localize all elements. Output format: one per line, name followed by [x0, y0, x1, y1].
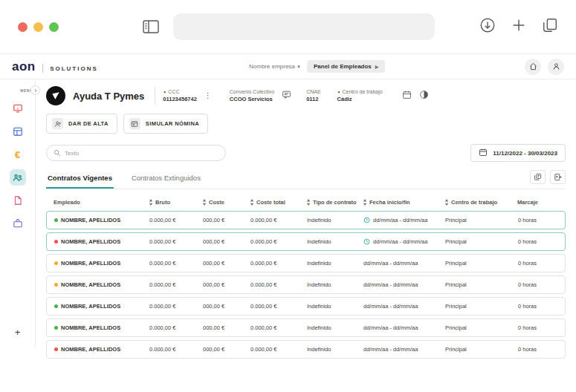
document-icon [13, 195, 23, 206]
sort-icon [149, 199, 153, 206]
fecha-cell: dd/mm/aa - dd/mm/aa [363, 303, 445, 310]
app-sidebar: MENU € + [0, 79, 36, 348]
sidebar-item-briefcase[interactable] [10, 215, 26, 232]
tab-overview-icon[interactable] [542, 17, 558, 36]
new-tab-icon[interactable] [511, 17, 527, 36]
contrast-icon[interactable] [419, 89, 429, 102]
sort-icon [306, 199, 311, 206]
download-icon[interactable] [479, 17, 496, 36]
breadcrumb-panel-pill[interactable]: Panel de Empleados▶ [307, 60, 385, 73]
column-header-bruto[interactable]: Bruto [149, 199, 202, 206]
centro-trabajo-field[interactable]: ▼Centro de trabajo Cádiz [337, 88, 383, 103]
user-icon [552, 62, 560, 71]
coste-total-cell: 0.000,00 € [250, 238, 307, 245]
table-row[interactable]: NOMBRE, APELLIDOS0.000,00 €000,00 €0.000… [46, 211, 566, 229]
coste-total-cell: 0.000,00 € [250, 346, 307, 353]
employee-name-cell: NOMBRE, APELLIDOS [54, 324, 149, 331]
copy-table-button[interactable] [530, 170, 546, 184]
maximize-window-button[interactable] [49, 22, 59, 32]
sidebar-add-button[interactable]: + [15, 327, 21, 338]
user-account-button[interactable] [548, 59, 564, 75]
sidebar-expand-button[interactable] [30, 85, 40, 95]
solutions-logo-text: SOLUTIONS [50, 65, 98, 72]
bruto-cell: 0.000,00 € [149, 346, 203, 353]
table-header: EmpleadoBrutoCosteCoste totalTipo de con… [46, 194, 566, 211]
column-header-fecha-inicio-fin[interactable]: Fecha inicio/fin [363, 199, 444, 206]
status-dot [54, 218, 58, 222]
centro-trabajo-cell: Principal [445, 238, 518, 245]
coste-cell: 000,00 € [203, 217, 250, 223]
table-row[interactable]: NOMBRE, APELLIDOS0.000,00 €000,00 €0.000… [46, 254, 566, 272]
table-row[interactable]: NOMBRE, APELLIDOS0.000,00 €000,00 €0.000… [46, 275, 566, 294]
tab-contratos-extinguidos[interactable]: Contratos Extinguidos [130, 169, 202, 189]
column-header-coste[interactable]: Coste [202, 199, 250, 206]
ccc-field[interactable]: ▼CCC 01123456742 [163, 88, 196, 103]
dar-de-alta-button[interactable]: DAR DE ALTA [46, 114, 117, 134]
calendar-grid-icon [13, 126, 23, 137]
tab-contratos-vigentes[interactable]: Contratos Vigentes [46, 169, 114, 189]
fecha-cell: dd/mm/aa - dd/mm/aa [363, 217, 445, 223]
minimize-window-button[interactable] [33, 22, 43, 32]
fecha-cell: dd/mm/aa - dd/mm/aa [363, 346, 445, 353]
euro-icon: € [15, 149, 20, 160]
chevron-down-icon: ▼ [297, 65, 301, 69]
action-buttons: DAR DE ALTA SIMULAR NÓMINA [46, 114, 566, 134]
payroll-icon [129, 118, 140, 129]
centro-trabajo-cell: Principal [445, 303, 518, 310]
status-dot [54, 326, 58, 330]
search-icon [54, 146, 61, 160]
marcaje-cell: 0 horas [518, 303, 557, 310]
table-row[interactable]: NOMBRE, APELLIDOS0.000,00 €000,00 €0.000… [46, 318, 566, 337]
header-divider [155, 87, 155, 105]
employee-name-cell: NOMBRE, APELLIDOS [54, 346, 149, 353]
coste-cell: 000,00 € [203, 346, 250, 353]
column-header-coste-total[interactable]: Coste total [250, 199, 306, 206]
sidebar-item-employees[interactable] [10, 169, 26, 186]
coste-cell: 000,00 € [203, 281, 250, 288]
marcaje-cell: 0 horas [518, 260, 557, 267]
column-header-centro-de-trabajo[interactable]: Centro de trabajo [444, 199, 517, 206]
sidebar-item-euro[interactable]: € [10, 146, 26, 163]
sidebar-item-document[interactable] [10, 192, 26, 209]
date-range-button[interactable]: 11/12/2022 - 30/03/2023 [470, 144, 566, 162]
status-dot [54, 283, 58, 287]
status-dot [54, 304, 58, 308]
cnae-field: CNAE 0112 [306, 88, 320, 103]
person-add-icon [52, 118, 63, 129]
column-header-marcaje: Marcaje [517, 199, 558, 206]
marcaje-cell: 0 horas [518, 324, 557, 331]
company-logo-mark [50, 90, 62, 102]
tipo-contrato-cell: Indefinido [307, 217, 363, 223]
close-window-button[interactable] [18, 22, 27, 32]
coste-total-cell: 0.000,00 € [250, 217, 307, 223]
breadcrumb-company-dropdown[interactable]: Nombre empresa ▼ [249, 63, 301, 70]
main-content: Ayuda T Pymes ▼CCC 01123456742 ⋮ Conveni… [36, 79, 576, 364]
table-row[interactable]: NOMBRE, APELLIDOS0.000,00 €000,00 €0.000… [46, 340, 566, 359]
coste-total-cell: 0.000,00 € [250, 260, 307, 267]
table-row[interactable]: NOMBRE, APELLIDOS0.000,00 €000,00 €0.000… [46, 297, 566, 316]
address-bar[interactable] [173, 13, 435, 40]
sidebar-item-calendar-grid[interactable] [10, 123, 26, 140]
export-excel-button[interactable] [550, 170, 566, 184]
comment-icon[interactable] [282, 89, 291, 102]
more-options-icon[interactable]: ⋮ [204, 94, 212, 97]
sidebar-item-monitor[interactable] [10, 100, 26, 117]
coste-cell: 000,00 € [203, 238, 250, 245]
search-input[interactable] [65, 150, 219, 157]
coste-cell: 000,00 € [203, 260, 250, 267]
centro-trabajo-cell: Principal [445, 260, 518, 267]
company-name: Ayuda T Pymes [73, 91, 144, 102]
coste-total-cell: 0.000,00 € [250, 281, 307, 288]
search-box[interactable] [46, 145, 226, 161]
home-icon [529, 62, 537, 71]
sort-icon [363, 199, 367, 206]
column-header-tipo-de-contrato[interactable]: Tipo de contrato [306, 199, 363, 206]
employee-name-cell: NOMBRE, APELLIDOS [54, 260, 149, 267]
simular-nomina-button[interactable]: SIMULAR NÓMINA [123, 114, 208, 134]
calendar-icon[interactable] [402, 89, 412, 102]
sidebar-toggle-icon[interactable] [142, 19, 160, 34]
table-row[interactable]: NOMBRE, APELLIDOS0.000,00 €000,00 €0.000… [46, 232, 566, 251]
status-dot [54, 261, 58, 265]
tipo-contrato-cell: Indefinido [307, 303, 363, 310]
home-button[interactable] [525, 59, 541, 75]
